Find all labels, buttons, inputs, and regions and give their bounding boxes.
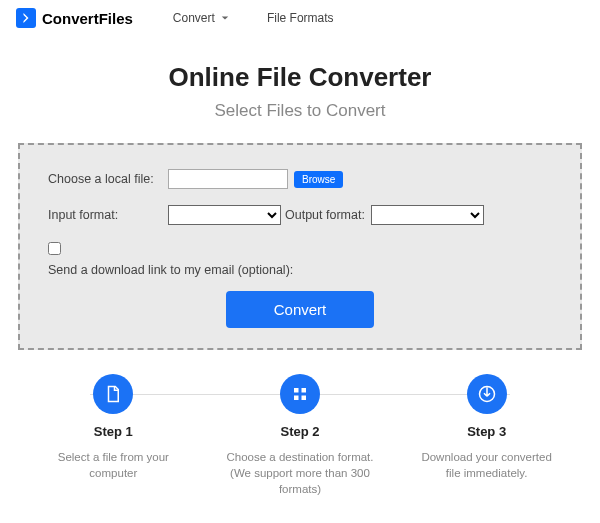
- output-format-select[interactable]: [371, 205, 484, 225]
- step-3-desc: Download your converted file immediately…: [407, 449, 567, 481]
- nav-file-formats[interactable]: File Formats: [267, 11, 334, 25]
- step-3-title: Step 3: [407, 424, 567, 439]
- step-3: Step 3 Download your converted file imme…: [407, 374, 567, 497]
- step-1-title: Step 1: [33, 424, 193, 439]
- brand-text: ConvertFiles: [42, 10, 133, 27]
- download-icon: [467, 374, 507, 414]
- convert-box: Choose a local file: Browse Input format…: [18, 143, 582, 350]
- input-format-select[interactable]: [168, 205, 281, 225]
- browse-button[interactable]: Browse: [294, 171, 343, 188]
- file-path-input[interactable]: [168, 169, 288, 189]
- nav: Convert File Formats: [173, 11, 334, 25]
- logo-icon: [16, 8, 36, 28]
- email-checkbox[interactable]: [48, 242, 61, 255]
- steps-row: Step 1 Select a file from your computer …: [20, 374, 580, 497]
- grid-icon: [280, 374, 320, 414]
- nav-convert-label: Convert: [173, 11, 215, 25]
- input-format-label: Input format:: [48, 208, 168, 222]
- svg-rect-3: [301, 396, 306, 401]
- svg-rect-0: [294, 388, 299, 393]
- brand-logo[interactable]: ConvertFiles: [16, 8, 133, 28]
- step-2: Step 2 Choose a destination format. (We …: [220, 374, 380, 497]
- nav-convert[interactable]: Convert: [173, 11, 229, 25]
- header: ConvertFiles Convert File Formats: [0, 0, 600, 36]
- convert-button[interactable]: Convert: [226, 291, 375, 328]
- file-icon: [93, 374, 133, 414]
- page-subtitle: Select Files to Convert: [0, 101, 600, 121]
- email-checkbox-label: Send a download link to my email (option…: [48, 263, 552, 277]
- svg-rect-2: [294, 396, 299, 401]
- choose-file-label: Choose a local file:: [48, 172, 168, 186]
- step-1-desc: Select a file from your computer: [33, 449, 193, 481]
- step-1: Step 1 Select a file from your computer: [33, 374, 193, 497]
- page-title: Online File Converter: [0, 62, 600, 93]
- chevron-down-icon: [221, 14, 229, 22]
- svg-rect-1: [301, 388, 306, 393]
- nav-formats-label: File Formats: [267, 11, 334, 25]
- step-2-title: Step 2: [220, 424, 380, 439]
- step-2-desc: Choose a destination format. (We support…: [220, 449, 380, 497]
- output-format-label: Output format:: [281, 208, 371, 222]
